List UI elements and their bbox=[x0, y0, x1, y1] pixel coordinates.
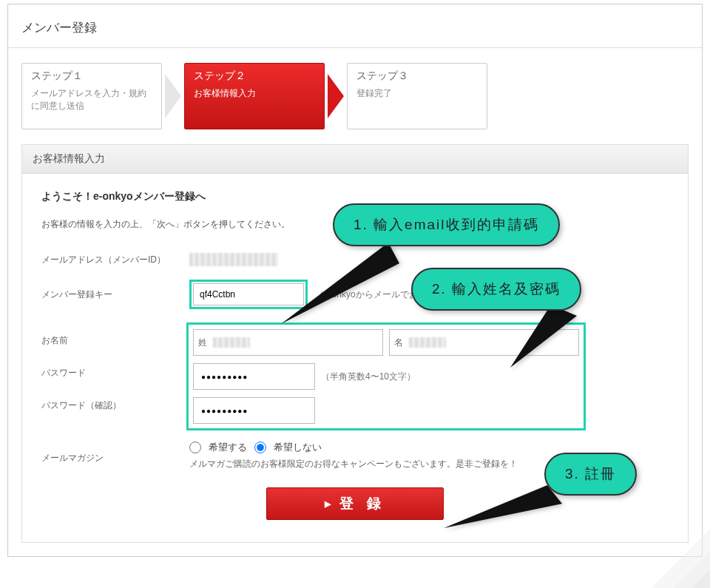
password-confirm-label: パスワード（確認） bbox=[41, 399, 121, 412]
register-button[interactable]: ▶ 登 録 bbox=[266, 487, 444, 520]
password-input[interactable]: ●●●●●●●●● bbox=[193, 363, 315, 390]
callout-2: 2. 輸入姓名及密碼 bbox=[411, 268, 581, 311]
svg-marker-2 bbox=[281, 243, 399, 324]
firstname-value-redacted bbox=[409, 337, 446, 348]
svg-marker-3 bbox=[510, 305, 577, 368]
step-indicator: ステップ１ メールアドレスを入力・規約に同意し送信 ステップ２ お客様情報入力 … bbox=[8, 48, 702, 144]
magazine-label: メールマガジン bbox=[41, 441, 189, 464]
magazine-yes-radio[interactable] bbox=[189, 442, 201, 453]
password-confirm-input[interactable]: ●●●●●●●●● bbox=[193, 397, 315, 424]
surname-value-redacted bbox=[213, 337, 250, 348]
section-heading: お客様情報入力 bbox=[22, 145, 688, 174]
step-subtitle: お客様情報入力 bbox=[194, 87, 315, 100]
page-title: メンバー登録 bbox=[21, 19, 689, 36]
svg-marker-4 bbox=[444, 485, 562, 528]
magazine-no-radio[interactable] bbox=[254, 442, 266, 453]
password-hint: （半角英数4〜10文字） bbox=[321, 371, 416, 383]
firstname-label: 名 bbox=[394, 337, 403, 349]
svg-marker-7 bbox=[692, 570, 710, 588]
step-title: ステップ３ bbox=[356, 70, 478, 83]
email-value-redacted bbox=[189, 253, 278, 266]
callout-1-tail bbox=[281, 243, 399, 331]
surname-label: 姓 bbox=[198, 337, 207, 349]
name-label: お名前 bbox=[41, 334, 68, 347]
step-title: ステップ１ bbox=[31, 70, 152, 83]
magazine-no-label: 希望しない bbox=[274, 441, 322, 454]
step-title: ステップ２ bbox=[194, 70, 315, 83]
callout-3: 3. 註冊 bbox=[544, 453, 637, 496]
email-label: メールアドレス（メンバーID） bbox=[41, 253, 189, 266]
step-arrow-icon bbox=[325, 63, 347, 129]
callout-1: 1. 輸入email收到的申請碼 bbox=[333, 203, 560, 246]
callout-2-tail bbox=[510, 305, 577, 371]
register-button-label: 登 録 bbox=[339, 494, 385, 513]
svg-marker-0 bbox=[165, 74, 181, 118]
password-label: パスワード bbox=[41, 367, 86, 379]
step-1: ステップ１ メールアドレスを入力・規約に同意し送信 bbox=[21, 63, 162, 129]
svg-marker-1 bbox=[328, 74, 344, 118]
magazine-yes-label: 希望する bbox=[209, 441, 247, 454]
page-header: メンバー登録 bbox=[8, 4, 702, 48]
surname-field[interactable]: 姓 bbox=[193, 329, 383, 356]
welcome-text: ようこそ！e-onkyoメンバー登録へ bbox=[41, 190, 669, 203]
step-subtitle: 登録完了 bbox=[356, 87, 478, 100]
callout-3-tail bbox=[444, 485, 562, 530]
step-subtitle: メールアドレスを入力・規約に同意し送信 bbox=[31, 87, 152, 112]
key-label: メンバー登録キー bbox=[41, 288, 189, 301]
step-arrow-icon bbox=[162, 63, 184, 129]
step-2-active: ステップ２ お客様情報入力 bbox=[184, 63, 325, 129]
step-3: ステップ３ 登録完了 bbox=[347, 63, 487, 129]
play-icon: ▶ bbox=[325, 499, 335, 509]
